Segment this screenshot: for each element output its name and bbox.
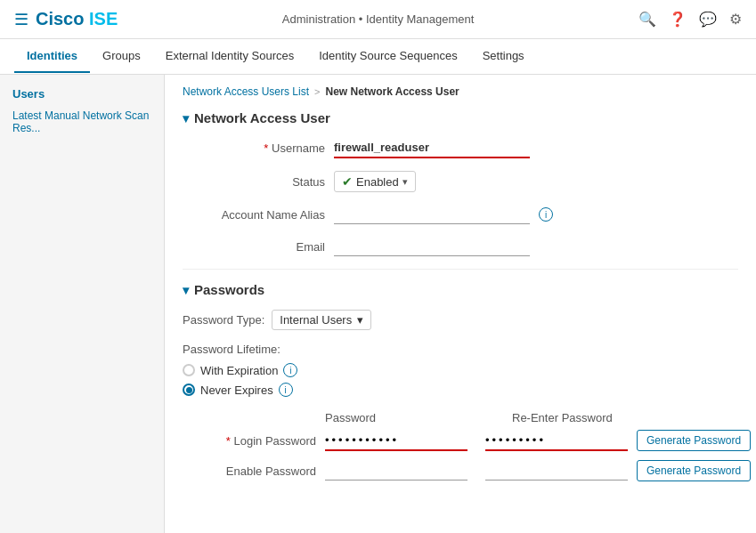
radio-never-expires[interactable] xyxy=(183,384,195,396)
status-dropdown[interactable]: ✔ Enabled ▾ xyxy=(334,171,416,192)
status-dropdown-arrow: ▾ xyxy=(402,176,408,188)
account-alias-label: Account Name Alias xyxy=(183,208,325,222)
breadcrumb-link[interactable]: Network Access Users List xyxy=(183,85,309,98)
username-row: Username xyxy=(183,138,738,158)
top-bar-left: ☰ Cisco ISE xyxy=(14,9,118,29)
network-access-user-section-header: ▾ Network Access User xyxy=(183,110,738,125)
enable-password-row: Enable Password Generate Password i xyxy=(183,460,738,481)
hamburger-icon[interactable]: ☰ xyxy=(14,10,28,29)
status-label: Status xyxy=(183,175,325,189)
tab-external-identity-sources[interactable]: External Identity Sources xyxy=(153,40,307,73)
top-bar: ☰ Cisco ISE Administration • Identity Ma… xyxy=(0,0,756,39)
sidebar: Users Latest Manual Network Scan Res... xyxy=(0,75,165,533)
login-password-reenter-input[interactable] xyxy=(485,431,628,451)
brand-logo: Cisco ISE xyxy=(36,9,118,29)
password-type-select[interactable]: Internal Users ▾ xyxy=(272,310,371,330)
generate-login-password-button[interactable]: Generate Password xyxy=(637,430,751,451)
password-type-arrow: ▾ xyxy=(357,313,363,327)
page-title: Administration • Identity Management xyxy=(118,12,638,26)
col-reenter-header: Re-Enter Password xyxy=(512,411,690,424)
help-icon[interactable]: ❓ xyxy=(669,11,687,28)
login-password-label: Login Password xyxy=(183,434,316,448)
tab-identity-source-sequences[interactable]: Identity Source Sequences xyxy=(306,40,469,73)
password-lifetime-label: Password Lifetime: xyxy=(183,343,738,356)
login-password-input[interactable] xyxy=(325,431,467,451)
status-check-icon: ✔ xyxy=(342,174,353,189)
username-input[interactable] xyxy=(334,138,530,158)
status-value: Enabled xyxy=(356,175,399,189)
search-icon[interactable]: 🔍 xyxy=(638,11,656,28)
enable-password-input[interactable] xyxy=(325,461,467,481)
password-type-label: Password Type: xyxy=(183,313,264,327)
brand-cisco: Cisco xyxy=(36,9,84,28)
radio-with-expiration[interactable] xyxy=(183,364,195,376)
radio-with-expiration-row: With Expiration i xyxy=(183,363,738,377)
radio-with-expiration-label: With Expiration xyxy=(200,364,278,377)
sidebar-item-scan[interactable]: Latest Manual Network Scan Res... xyxy=(0,106,164,138)
radio-never-expires-row: Never Expires i xyxy=(183,383,738,397)
main-layout: Users Latest Manual Network Scan Res... … xyxy=(0,75,756,533)
account-alias-input[interactable] xyxy=(334,205,530,224)
section-label: Network Access User xyxy=(194,110,330,125)
col-password-header: Password xyxy=(325,411,503,424)
account-alias-info-icon[interactable]: i xyxy=(539,207,553,222)
email-label: Email xyxy=(183,240,325,254)
sidebar-item-users[interactable]: Users xyxy=(0,82,164,106)
passwords-toggle-icon[interactable]: ▾ xyxy=(183,283,189,297)
chat-icon[interactable]: 💬 xyxy=(699,11,717,28)
top-bar-icons: 🔍 ❓ 💬 ⚙ xyxy=(638,11,742,28)
password-type-value: Internal Users xyxy=(280,313,352,327)
section-divider xyxy=(183,269,738,270)
password-type-row: Password Type: Internal Users ▾ xyxy=(183,310,738,330)
password-col-headers: Password Re-Enter Password xyxy=(183,411,738,424)
with-expiration-info-icon[interactable]: i xyxy=(283,363,297,377)
generate-enable-password-button[interactable]: Generate Password xyxy=(637,460,751,481)
enable-password-label: Enable Password xyxy=(183,464,316,478)
login-password-row: Login Password Generate Password i xyxy=(183,430,738,451)
email-row: Email xyxy=(183,237,738,256)
passwords-section-header: ▾ Passwords xyxy=(183,282,738,297)
tab-nav: Identities Groups External Identity Sour… xyxy=(0,39,756,75)
username-label: Username xyxy=(183,141,325,155)
status-row: Status ✔ Enabled ▾ xyxy=(183,171,738,192)
section-toggle-icon[interactable]: ▾ xyxy=(183,111,189,125)
email-input[interactable] xyxy=(334,237,530,256)
brand-ise: ISE xyxy=(84,9,118,28)
breadcrumb-current: New Network Access User xyxy=(325,85,459,98)
tab-identities[interactable]: Identities xyxy=(14,40,90,73)
never-expires-info-icon[interactable]: i xyxy=(279,383,293,397)
account-alias-row: Account Name Alias i xyxy=(183,205,738,224)
tab-groups[interactable]: Groups xyxy=(90,40,153,73)
tab-settings[interactable]: Settings xyxy=(470,40,537,73)
content-area: Network Access Users List > New Network … xyxy=(165,75,756,533)
breadcrumb-separator: > xyxy=(314,86,320,97)
radio-never-expires-label: Never Expires xyxy=(200,384,273,397)
breadcrumb: Network Access Users List > New Network … xyxy=(183,85,738,98)
gear-icon[interactable]: ⚙ xyxy=(729,11,742,28)
passwords-section-label: Passwords xyxy=(194,282,264,297)
enable-password-reenter-input[interactable] xyxy=(485,461,628,481)
